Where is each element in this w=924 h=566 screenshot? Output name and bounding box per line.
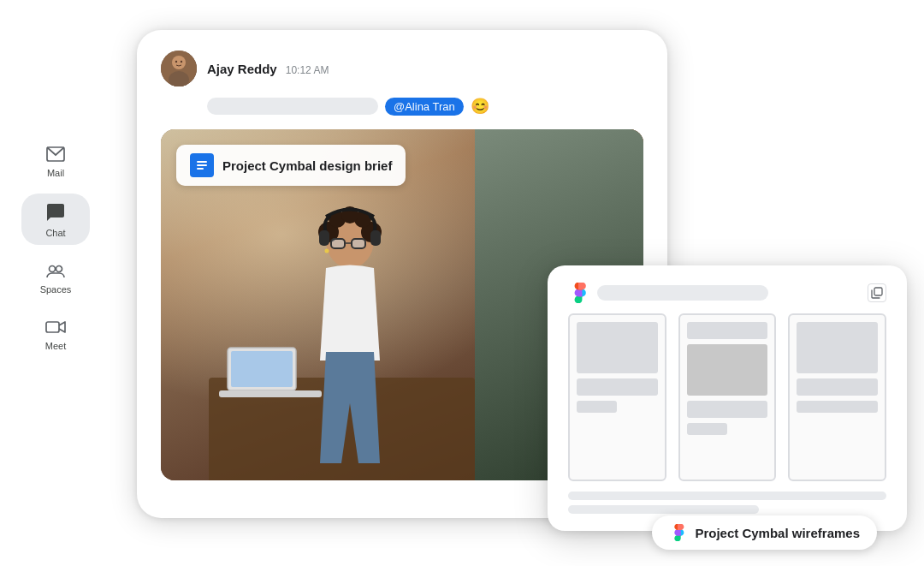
svg-rect-25 bbox=[197, 161, 207, 163]
figma-label-pill[interactable]: Project Cymbal wireframes bbox=[652, 515, 877, 550]
wf-block-1b bbox=[577, 378, 658, 396]
figma-logo bbox=[568, 283, 589, 303]
wireframe-frame-1 bbox=[568, 313, 666, 481]
svg-rect-16 bbox=[352, 239, 365, 248]
wireframe-area bbox=[568, 313, 886, 481]
svg-point-7 bbox=[175, 61, 177, 63]
doc-overlay[interactable]: Project Cymbal design brief bbox=[176, 145, 406, 186]
svg-point-2 bbox=[56, 266, 62, 272]
wf-block-2c bbox=[687, 401, 768, 418]
sidebar-item-spaces[interactable]: Spaces bbox=[21, 253, 90, 301]
sidebar-item-mail-label: Mail bbox=[47, 168, 64, 178]
figma-header bbox=[568, 283, 886, 303]
message-text-bar bbox=[207, 98, 378, 115]
wf-block-3b bbox=[797, 378, 878, 396]
message-time: 10:12 AM bbox=[286, 64, 329, 76]
chat-icon-bg bbox=[38, 200, 74, 224]
figma-copy-button[interactable] bbox=[868, 283, 886, 302]
figma-footer bbox=[568, 492, 886, 514]
sidebar-item-spaces-label: Spaces bbox=[40, 284, 72, 295]
sidebar-item-chat-label: Chat bbox=[45, 228, 65, 238]
sidebar-item-meet-label: Meet bbox=[45, 341, 66, 351]
svg-rect-28 bbox=[874, 288, 882, 295]
svg-point-5 bbox=[172, 56, 186, 69]
svg-rect-27 bbox=[197, 168, 204, 170]
figma-url-bar bbox=[597, 285, 768, 301]
wf-block-3c bbox=[797, 401, 878, 413]
figma-card bbox=[548, 265, 907, 531]
wf-block-3a bbox=[797, 322, 878, 373]
scene: Mail Chat Spaces bbox=[0, 0, 924, 566]
figma-header-left bbox=[568, 283, 768, 303]
svg-rect-15 bbox=[331, 239, 345, 248]
sidebar-item-meet[interactable]: Meet bbox=[21, 310, 90, 358]
mention-badge[interactable]: @Alina Tran bbox=[385, 98, 464, 116]
emoji-reaction: 😊 bbox=[471, 97, 489, 116]
spaces-icon bbox=[45, 260, 66, 281]
sidebar-item-mail[interactable]: Mail bbox=[21, 137, 90, 185]
sender-name: Ajay Reddy bbox=[207, 62, 277, 76]
svg-rect-18 bbox=[319, 230, 329, 246]
sender-avatar bbox=[161, 51, 197, 86]
doc-icon bbox=[190, 153, 214, 177]
svg-point-20 bbox=[325, 249, 329, 253]
wf-block-1c bbox=[577, 401, 617, 413]
figma-pill-logo bbox=[669, 524, 686, 541]
mail-icon bbox=[45, 144, 66, 164]
svg-point-1 bbox=[50, 266, 56, 272]
wireframe-frame-3 bbox=[788, 313, 886, 481]
laptop-shape bbox=[219, 339, 322, 408]
wf-block-2a bbox=[687, 322, 768, 339]
svg-rect-26 bbox=[197, 164, 207, 166]
sidebar-item-chat[interactable]: Chat bbox=[21, 194, 90, 245]
message-meta: Ajay Reddy 10:12 AM bbox=[207, 62, 329, 76]
footer-bar-1 bbox=[568, 492, 886, 500]
meet-icon bbox=[45, 317, 66, 337]
svg-rect-23 bbox=[219, 390, 322, 397]
sidebar: Mail Chat Spaces bbox=[0, 0, 111, 566]
svg-rect-19 bbox=[370, 230, 381, 246]
message-header: Ajay Reddy 10:12 AM bbox=[161, 51, 643, 86]
message-content-row: @Alina Tran 😊 bbox=[161, 97, 643, 116]
doc-title: Project Cymbal design brief bbox=[222, 158, 392, 173]
wf-block-2b bbox=[687, 344, 768, 396]
svg-rect-3 bbox=[46, 322, 59, 332]
wf-block-1a bbox=[577, 322, 658, 373]
svg-rect-22 bbox=[231, 351, 293, 387]
wf-block-2d bbox=[687, 423, 727, 435]
figma-label-text: Project Cymbal wireframes bbox=[695, 526, 860, 540]
svg-point-8 bbox=[181, 61, 182, 63]
wireframe-frame-2 bbox=[678, 313, 777, 481]
footer-bar-2 bbox=[568, 505, 759, 514]
main-content: Ajay Reddy 10:12 AM @Alina Tran 😊 bbox=[111, 17, 924, 565]
